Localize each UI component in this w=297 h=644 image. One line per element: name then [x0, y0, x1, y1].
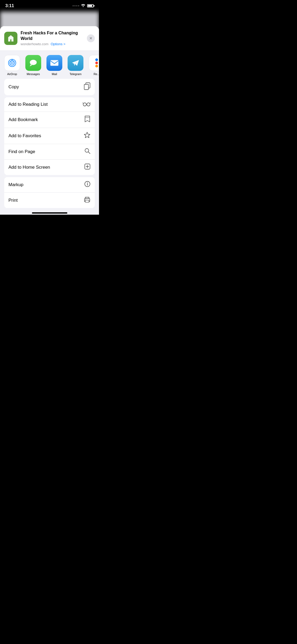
find-label: Find on Page [8, 149, 35, 154]
apps-scroll[interactable]: AirDrop Messages [0, 51, 99, 79]
action-list-2: Add to Reading List Add Bookmark [0, 97, 99, 175]
app-item-reminder[interactable]: Re... [89, 55, 99, 76]
action-list-group-3: Markup Print [4, 177, 95, 208]
airdrop-icon [4, 55, 20, 71]
share-header-text: Fresh Hacks For a Changing World wonderh… [21, 30, 85, 46]
action-list-1: Copy [0, 79, 99, 95]
signal-dots [73, 5, 79, 6]
action-print[interactable]: Print [4, 193, 95, 208]
book-icon [84, 116, 91, 124]
svg-point-26 [85, 199, 86, 200]
reminder-icon [89, 55, 99, 71]
copy-label: Copy [8, 84, 19, 90]
app-item-telegram[interactable]: Telegram [68, 55, 83, 76]
svg-line-13 [83, 103, 83, 103]
svg-point-22 [87, 182, 88, 183]
action-bookmark[interactable]: Add Bookmark [4, 112, 95, 128]
svg-rect-25 [85, 200, 89, 202]
svg-rect-7 [50, 60, 58, 66]
print-icon [84, 196, 91, 204]
site-icon [4, 32, 17, 45]
reading-list-label: Add to Reading List [8, 102, 48, 107]
signal-dot-4 [78, 5, 79, 6]
app-item-messages[interactable]: Messages [25, 55, 41, 76]
apps-row: AirDrop Messages [0, 55, 99, 76]
share-sheet: Fresh Hacks For a Changing World wonderh… [0, 26, 99, 215]
status-icons [73, 4, 94, 8]
airdrop-label: AirDrop [7, 72, 17, 76]
svg-point-6 [30, 60, 37, 65]
glasses-icon [83, 101, 91, 108]
svg-point-10 [83, 103, 86, 106]
share-url: wonderhowto.com [21, 42, 49, 46]
battery-icon [87, 4, 94, 7]
markup-icon [84, 181, 91, 189]
home-indicator [0, 210, 99, 215]
signal-dot-2 [74, 5, 76, 6]
action-home-screen[interactable]: Add to Home Screen [4, 160, 95, 175]
messages-icon [25, 55, 41, 71]
action-list-group-2: Add to Reading List Add Bookmark [4, 97, 95, 175]
svg-point-3 [11, 62, 13, 64]
reminder-label: Re... [93, 72, 99, 76]
favorites-label: Add to Favorites [8, 133, 41, 139]
wifi-icon [81, 4, 86, 8]
share-url-line: wonderhowto.com Options > [21, 42, 85, 46]
mail-label: Mail [52, 72, 57, 76]
svg-point-11 [87, 103, 90, 106]
close-button[interactable]: ✕ [87, 34, 95, 42]
telegram-icon [68, 55, 83, 71]
signal-dot-1 [73, 5, 74, 6]
mail-icon [46, 55, 62, 71]
home-bar [32, 212, 67, 214]
action-list-3: Markup Print [0, 177, 99, 208]
options-link[interactable]: Options > [51, 42, 65, 46]
telegram-label: Telegram [69, 72, 81, 76]
messages-label: Messages [27, 72, 40, 76]
search-icon [84, 148, 91, 156]
plus-square-icon [84, 163, 91, 171]
svg-rect-9 [84, 84, 88, 90]
action-markup[interactable]: Markup [4, 177, 95, 193]
svg-point-2 [10, 61, 15, 65]
share-title: Fresh Hacks For a Changing World [21, 30, 85, 42]
status-bar: 3:11 [0, 0, 99, 12]
action-list-group-1: Copy [4, 79, 95, 95]
action-find[interactable]: Find on Page [4, 144, 95, 160]
close-icon: ✕ [89, 36, 92, 40]
status-time: 3:11 [5, 3, 14, 8]
app-item-mail[interactable]: Mail [46, 55, 62, 76]
signal-dot-3 [76, 5, 77, 6]
svg-line-17 [88, 152, 90, 154]
bookmark-label: Add Bookmark [8, 117, 38, 122]
copy-icon [84, 82, 91, 91]
app-item-airdrop[interactable]: AirDrop [4, 55, 20, 76]
action-favorites[interactable]: Add to Favorites [4, 128, 95, 144]
home-screen-label: Add to Home Screen [8, 165, 50, 170]
print-label: Print [8, 198, 18, 203]
markup-label: Markup [8, 182, 23, 187]
svg-line-14 [90, 103, 91, 103]
battery-fill [88, 5, 92, 7]
action-copy[interactable]: Copy [4, 79, 95, 95]
action-reading-list[interactable]: Add to Reading List [4, 97, 95, 112]
star-icon [84, 132, 91, 140]
share-header: Fresh Hacks For a Changing World wonderh… [0, 26, 99, 51]
